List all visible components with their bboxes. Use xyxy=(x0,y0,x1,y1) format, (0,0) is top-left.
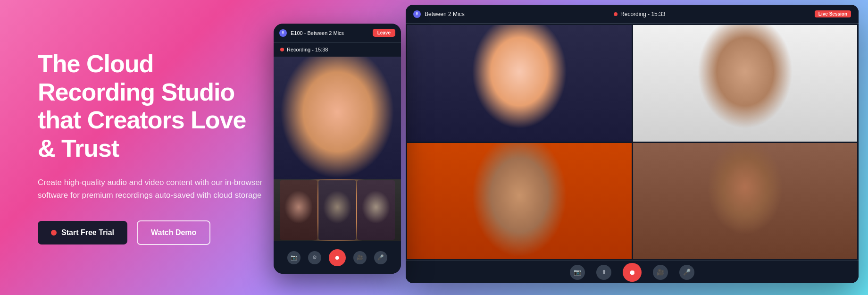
video-control[interactable]: 🎥 xyxy=(653,265,668,280)
phone-mockup: 🎙 E100 - Between 2 Mics Leave Recording … xyxy=(274,24,401,274)
hero-section: The Cloud Recording Studio that Creators… xyxy=(0,0,868,295)
tablet-show-title: Between 2 Mics xyxy=(425,11,465,17)
phone-episode-label: E100 - Between 2 Mics xyxy=(291,30,344,36)
hero-right-content: 🎙 Between 2 Mics Recording - 15:33 Live … xyxy=(292,0,868,295)
video-cell-top-right xyxy=(633,25,858,142)
mic-icon: 🎙 xyxy=(413,10,421,18)
hero-subheadline: Create high-quality audio and video cont… xyxy=(38,176,264,202)
tablet-header-left: 🎙 Between 2 Mics xyxy=(413,10,465,18)
video-cell-bottom-left xyxy=(407,143,632,260)
leave-button[interactable]: Leave xyxy=(373,29,395,37)
phone-mic-icon: 🎙 xyxy=(279,29,287,37)
phone-episode-info: E100 - Between 2 Mics xyxy=(291,30,369,36)
phone-video-control[interactable]: 🎥 xyxy=(353,251,367,264)
watch-demo-label: Watch Demo xyxy=(151,228,196,236)
phone-controls: 📷 ⚙ ⏺ 🎥 🎤 xyxy=(274,241,401,274)
phone-recording-label: Recording - 15:38 xyxy=(287,47,328,52)
video-cell-top-left xyxy=(407,25,632,142)
mic-control[interactable]: 🎤 xyxy=(679,265,694,280)
phone-settings-control[interactable]: ⚙ xyxy=(308,251,321,264)
cta-row: Start Free Trial Watch Demo xyxy=(38,220,264,245)
start-trial-label: Start Free Trial xyxy=(61,228,114,237)
phone-header: 🎙 E100 - Between 2 Mics Leave xyxy=(274,24,401,42)
tablet-controls: 📷 ⬆ ⏺ 🎥 🎤 xyxy=(406,261,859,283)
phone-rec-dot xyxy=(280,48,284,51)
camera-control[interactable]: 📷 xyxy=(570,265,585,280)
tablet-video-grid xyxy=(406,24,859,261)
start-free-trial-button[interactable]: Start Free Trial xyxy=(38,221,127,244)
phone-main-video xyxy=(274,57,401,179)
tablet-recording-label: Recording - 15:33 xyxy=(620,11,665,17)
phone-mic-control[interactable]: 🎤 xyxy=(374,251,387,264)
phone-record-control[interactable]: ⏺ xyxy=(329,249,346,266)
phone-thumb-2 xyxy=(318,180,356,240)
phone-thumb-3 xyxy=(357,180,395,240)
upload-control[interactable]: ⬆ xyxy=(596,265,611,280)
tablet-recording-status: Recording - 15:33 xyxy=(474,11,805,17)
phone-camera-control[interactable]: 📷 xyxy=(287,251,300,264)
tablet-header: 🎙 Between 2 Mics Recording - 15:33 Live … xyxy=(406,5,859,24)
live-badge: Live Session xyxy=(815,10,851,17)
record-control[interactable]: ⏺ xyxy=(623,263,642,282)
watch-demo-button[interactable]: Watch Demo xyxy=(137,220,210,245)
hero-left-content: The Cloud Recording Studio that Creators… xyxy=(0,22,292,274)
phone-sub-videos xyxy=(274,179,401,241)
video-cell-bottom-right xyxy=(633,143,858,260)
record-dot-icon xyxy=(51,230,57,236)
phone-thumb-1 xyxy=(280,180,317,240)
recording-dot-icon xyxy=(614,12,618,16)
hero-headline: The Cloud Recording Studio that Creators… xyxy=(38,50,264,163)
phone-recording-bar: Recording - 15:38 xyxy=(274,42,401,57)
tablet-mockup: 🎙 Between 2 Mics Recording - 15:33 Live … xyxy=(406,5,859,283)
